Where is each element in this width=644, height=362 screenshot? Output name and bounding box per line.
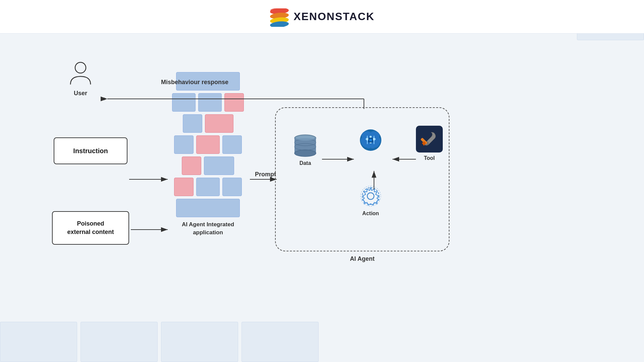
brain-icon-container bbox=[356, 127, 386, 154]
svg-point-16 bbox=[366, 138, 369, 140]
data-label: Data bbox=[300, 160, 311, 166]
action-label: Action bbox=[362, 210, 379, 217]
svg-point-5 bbox=[75, 62, 86, 73]
svg-point-25 bbox=[362, 188, 379, 204]
block-blue-3a bbox=[183, 114, 202, 133]
xenonstack-logo-icon bbox=[269, 8, 289, 25]
user-label: User bbox=[74, 90, 87, 97]
action-icon bbox=[359, 184, 382, 208]
svg-point-8 bbox=[294, 150, 316, 157]
block-blue-wide-7 bbox=[176, 199, 240, 217]
block-pink-3b bbox=[205, 114, 233, 133]
user-icon bbox=[67, 60, 94, 87]
data-icon-container: Data bbox=[292, 134, 319, 166]
block-blue-5b bbox=[204, 157, 234, 175]
diagram-container: User Instruction Poisonedexternal conten… bbox=[0, 40, 644, 362]
block-blue-4c bbox=[222, 135, 242, 154]
action-icon-container: Action bbox=[359, 184, 382, 217]
block-pink-2c bbox=[224, 93, 244, 112]
svg-point-27 bbox=[361, 186, 381, 206]
brain-icon bbox=[356, 127, 386, 154]
svg-point-18 bbox=[370, 136, 372, 138]
tool-label: Tool bbox=[424, 155, 435, 161]
user-figure: User bbox=[67, 60, 94, 97]
block-blue-6b bbox=[196, 178, 220, 196]
block-row-6 bbox=[168, 178, 248, 196]
header: XENONSTACK bbox=[0, 0, 644, 34]
block-row-4 bbox=[168, 135, 248, 154]
svg-marker-32 bbox=[104, 98, 107, 100]
svg-point-17 bbox=[373, 138, 375, 140]
prompt-label: Prompt bbox=[255, 171, 276, 178]
block-row-3 bbox=[168, 114, 248, 133]
svg-point-26 bbox=[367, 193, 374, 199]
instruction-box: Instruction bbox=[54, 137, 127, 164]
logo-text: XENONSTACK bbox=[293, 10, 375, 23]
block-pink-4b bbox=[196, 135, 220, 154]
block-row-7 bbox=[168, 199, 248, 217]
poisoned-label: Poisonedexternal content bbox=[67, 220, 114, 236]
misbehaviour-label: Misbehaviour response bbox=[161, 79, 228, 86]
svg-point-11 bbox=[296, 136, 315, 140]
app-label: AI Agent Integrated application bbox=[168, 221, 248, 237]
block-pink-5a bbox=[182, 157, 201, 175]
tool-box bbox=[416, 126, 443, 153]
block-row-5 bbox=[168, 157, 248, 175]
tool-icon-container: Tool bbox=[416, 126, 443, 161]
ai-agent-label: AI Agent bbox=[350, 255, 374, 262]
block-blue-4a bbox=[174, 135, 194, 154]
block-blue-2a bbox=[172, 93, 196, 112]
block-blue-2b bbox=[198, 93, 222, 112]
block-row-2 bbox=[168, 93, 248, 112]
poisoned-box: Poisonedexternal content bbox=[52, 211, 129, 245]
svg-rect-21 bbox=[369, 139, 372, 141]
data-icon bbox=[292, 134, 319, 158]
block-pink-6a bbox=[174, 178, 194, 196]
logo-container: XENONSTACK bbox=[269, 8, 375, 25]
app-blocks: AI Agent Integrated application bbox=[168, 72, 248, 237]
tool-svg bbox=[419, 129, 439, 149]
block-blue-6c bbox=[222, 178, 242, 196]
instruction-label: Instruction bbox=[73, 147, 108, 155]
